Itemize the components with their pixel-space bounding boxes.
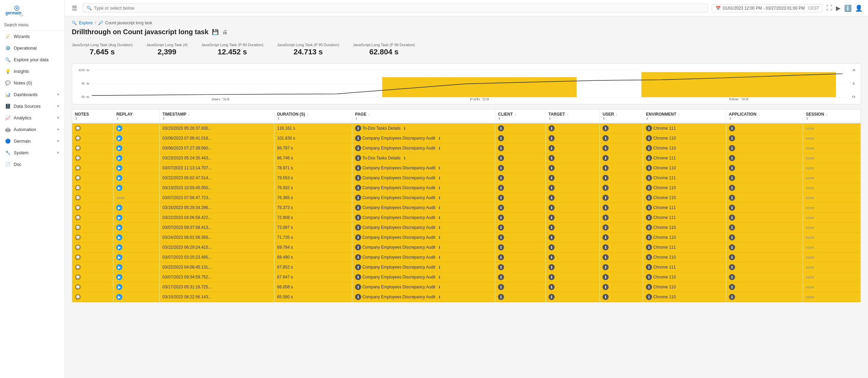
env-info-icon[interactable]: ℹ	[646, 244, 652, 250]
page-info-icon[interactable]: ℹ	[355, 195, 361, 201]
user-info-icon[interactable]: ℹ	[602, 195, 609, 201]
env-info-icon[interactable]: ℹ	[646, 135, 652, 141]
page-info-btn[interactable]: ℹ	[436, 244, 443, 250]
replay-play-icon[interactable]: ▶	[116, 165, 122, 171]
notes-chat-icon[interactable]: 💬	[75, 274, 81, 280]
app-info-icon[interactable]: ℹ	[729, 165, 735, 171]
sidebar-item-germain[interactable]: 🔵 Germain ▼	[0, 135, 65, 147]
user-info-icon[interactable]: ℹ	[602, 155, 609, 161]
page-info-btn[interactable]: ℹ	[436, 224, 443, 231]
page-info-btn[interactable]: ℹ	[436, 274, 443, 280]
page-info-btn[interactable]: ℹ	[436, 234, 443, 240]
user-info-icon[interactable]: ℹ	[602, 294, 609, 300]
user-info-icon[interactable]: ℹ	[602, 264, 609, 270]
notes-chat-icon[interactable]: 💬	[75, 264, 81, 270]
env-info-icon[interactable]: ℹ	[646, 264, 652, 270]
app-info-icon[interactable]: ℹ	[729, 274, 735, 280]
target-info-icon[interactable]: ℹ	[548, 244, 555, 250]
user-info-icon[interactable]: ℹ	[602, 165, 609, 171]
client-info-icon[interactable]: ℹ	[498, 205, 504, 211]
sidebar-item-automation[interactable]: 🤖 Automation ▼	[0, 123, 65, 135]
user-info-icon[interactable]: ℹ	[602, 274, 609, 280]
notes-chat-icon[interactable]: 💬	[75, 145, 81, 151]
env-info-icon[interactable]: ℹ	[646, 205, 652, 211]
page-info-icon[interactable]: ℹ	[355, 254, 361, 260]
notes-chat-icon[interactable]: 💬	[75, 234, 81, 240]
page-info-icon[interactable]: ℹ	[355, 165, 361, 171]
page-info-icon[interactable]: ℹ	[355, 145, 361, 151]
user-info-icon[interactable]: ℹ	[602, 254, 609, 260]
user-info-icon[interactable]: ℹ	[602, 224, 609, 231]
user-info-icon[interactable]: ℹ	[602, 214, 609, 221]
breadcrumb-explore-link[interactable]: Explore	[79, 21, 93, 25]
replay-play-icon[interactable]: ▶	[116, 135, 122, 141]
page-info-icon[interactable]: ℹ	[355, 274, 361, 280]
notes-chat-icon[interactable]: 💬	[75, 224, 81, 231]
page-info-icon[interactable]: ℹ	[355, 214, 361, 221]
client-info-icon[interactable]: ℹ	[498, 274, 504, 280]
app-info-icon[interactable]: ℹ	[729, 234, 735, 240]
target-info-icon[interactable]: ℹ	[548, 155, 555, 161]
notes-chat-icon[interactable]: 💬	[75, 165, 81, 171]
replay-play-icon[interactable]: ▶	[116, 274, 122, 280]
app-info-icon[interactable]: ℹ	[729, 264, 735, 270]
env-info-icon[interactable]: ℹ	[646, 284, 652, 290]
client-info-icon[interactable]: ℹ	[498, 195, 504, 201]
page-info-btn[interactable]: ℹ	[436, 264, 443, 270]
user-info-icon[interactable]: ℹ	[602, 135, 609, 141]
client-info-icon[interactable]: ℹ	[498, 145, 504, 151]
page-info-btn[interactable]: ℹ	[436, 175, 443, 181]
page-info-icon[interactable]: ℹ	[355, 294, 361, 300]
notes-chat-icon[interactable]: 💬	[75, 205, 81, 211]
client-info-icon[interactable]: ℹ	[498, 155, 504, 161]
replay-play-icon[interactable]: ▶	[116, 125, 122, 131]
app-info-icon[interactable]: ℹ	[729, 195, 735, 201]
page-info-btn[interactable]: ℹ	[436, 185, 443, 191]
target-info-icon[interactable]: ℹ	[548, 165, 555, 171]
page-info-btn[interactable]: ℹ	[436, 205, 443, 211]
sidebar-item-doc[interactable]: 📄 Doc	[0, 158, 65, 170]
sidebar-item-analytics[interactable]: 📈 Analytics ▼	[0, 112, 65, 123]
target-info-icon[interactable]: ℹ	[548, 274, 555, 280]
env-info-icon[interactable]: ℹ	[646, 254, 652, 260]
client-info-icon[interactable]: ℹ	[498, 125, 504, 131]
replay-play-icon[interactable]: ▶	[116, 294, 122, 300]
global-search-bar[interactable]: 🔍	[83, 3, 708, 13]
notes-chat-icon[interactable]: 💬	[75, 155, 81, 161]
app-info-icon[interactable]: ℹ	[729, 254, 735, 260]
target-info-icon[interactable]: ℹ	[548, 234, 555, 240]
user-info-icon[interactable]: ℹ	[602, 244, 609, 250]
client-info-icon[interactable]: ℹ	[498, 264, 504, 270]
notes-chat-icon[interactable]: 💬	[75, 125, 81, 131]
sidebar-item-dashboards[interactable]: 📊 Dashboards ▼	[0, 89, 65, 100]
page-info-btn[interactable]: ℹ	[436, 145, 443, 151]
notes-chat-icon[interactable]: 💬	[75, 284, 81, 290]
client-info-icon[interactable]: ℹ	[498, 244, 504, 250]
env-info-icon[interactable]: ℹ	[646, 274, 652, 280]
env-info-icon[interactable]: ℹ	[646, 195, 652, 201]
user-info-icon[interactable]: ℹ	[602, 205, 609, 211]
page-info-btn[interactable]: ℹ	[402, 155, 408, 161]
sidebar-item-system[interactable]: 🔧 System ▼	[0, 147, 65, 158]
env-info-icon[interactable]: ℹ	[646, 165, 652, 171]
app-info-icon[interactable]: ℹ	[729, 224, 735, 231]
client-info-icon[interactable]: ℹ	[498, 234, 504, 240]
app-info-icon[interactable]: ℹ	[729, 185, 735, 191]
app-info-icon[interactable]: ℹ	[729, 244, 735, 250]
target-info-icon[interactable]: ℹ	[548, 185, 555, 191]
env-info-icon[interactable]: ℹ	[646, 224, 652, 231]
play-icon[interactable]: ▶	[836, 4, 841, 12]
sidebar-item-notes[interactable]: 💬 Notes (0)	[0, 77, 65, 89]
client-info-icon[interactable]: ℹ	[498, 224, 504, 231]
target-info-icon[interactable]: ℹ	[548, 254, 555, 260]
page-info-btn[interactable]: ℹ	[436, 195, 443, 201]
env-info-icon[interactable]: ℹ	[646, 214, 652, 221]
replay-play-icon[interactable]: ▶	[116, 175, 122, 181]
env-info-icon[interactable]: ℹ	[646, 294, 652, 300]
app-info-icon[interactable]: ℹ	[729, 145, 735, 151]
save-icon[interactable]: 💾	[212, 29, 219, 35]
client-info-icon[interactable]: ℹ	[498, 294, 504, 300]
env-info-icon[interactable]: ℹ	[646, 125, 652, 131]
target-info-icon[interactable]: ℹ	[548, 205, 555, 211]
page-info-btn[interactable]: ℹ	[436, 165, 443, 171]
